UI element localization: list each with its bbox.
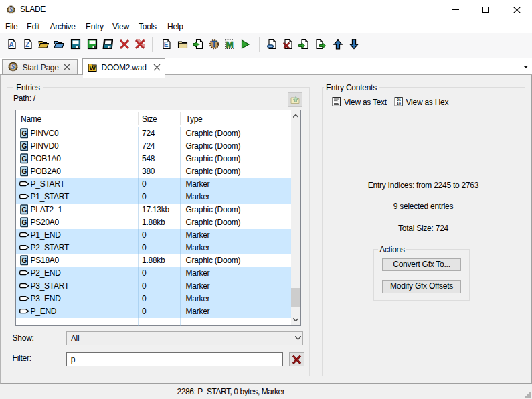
- svg-text:G: G: [21, 130, 27, 137]
- svg-text:G: G: [21, 155, 27, 163]
- svg-text:S: S: [9, 7, 13, 13]
- svg-text:G: G: [21, 168, 27, 175]
- svg-text:G: G: [21, 257, 27, 264]
- svg-text:G: G: [21, 219, 27, 226]
- svg-text:10: 10: [397, 102, 401, 106]
- svg-text:E: E: [164, 41, 169, 48]
- svg-text:A: A: [9, 41, 14, 48]
- svg-text:W: W: [89, 64, 95, 72]
- svg-text:Z: Z: [25, 41, 29, 48]
- svg-text:G: G: [21, 143, 27, 150]
- svg-text:T: T: [211, 39, 217, 49]
- svg-text:S: S: [11, 62, 15, 70]
- svg-text:G: G: [21, 206, 27, 214]
- svg-text:M: M: [226, 39, 234, 50]
